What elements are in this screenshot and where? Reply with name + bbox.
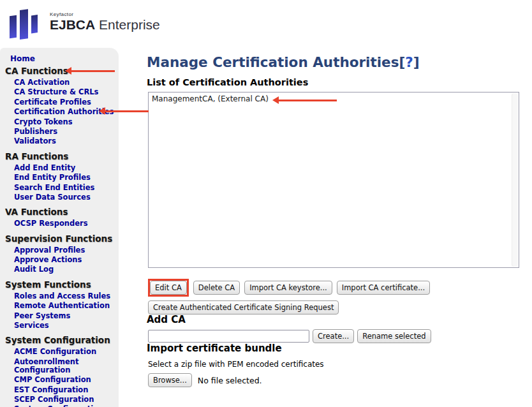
page-title: Manage Certification Authorities[?] xyxy=(147,54,522,71)
sidebar-item-search-end-entities[interactable]: Search End Entities xyxy=(0,183,119,193)
sidebar-item-acme-configuration[interactable]: ACME Configuration xyxy=(0,347,119,357)
sidebar-section-system-configuration: System Configuration xyxy=(0,336,119,344)
add-ca-input[interactable] xyxy=(148,330,309,343)
annotation-box-edit-ca: Edit CA xyxy=(148,279,189,297)
keyfactor-ejbca-logo: Keyfactor EJBCA Enterprise xyxy=(6,5,160,41)
sidebar-item-certification-authorities[interactable]: Certification Authorities xyxy=(0,107,119,117)
sidebar-item-approval-profiles[interactable]: Approval Profiles xyxy=(0,246,119,255)
import-ca-keystore-button[interactable]: Import CA keystore... xyxy=(244,281,332,295)
sidebar-item-cmp-configuration[interactable]: CMP Configuration xyxy=(0,375,119,385)
help-bracket-open: [ xyxy=(399,54,405,70)
sidebar-item-certificate-profiles[interactable]: Certificate Profiles xyxy=(0,98,119,107)
list-of-cas-heading: List of Certification Authorities xyxy=(147,78,522,87)
app-header: Keyfactor EJBCA Enterprise xyxy=(0,0,532,48)
browse-file-button[interactable]: Browse... xyxy=(148,373,192,387)
create-ca-button[interactable]: Create... xyxy=(313,329,354,343)
sidebar-item-est-configuration[interactable]: EST Configuration xyxy=(0,385,119,395)
sidebar-item-remote-authentication[interactable]: Remote Authentication xyxy=(0,301,119,311)
page-title-text: Manage Certification Authorities xyxy=(147,54,399,70)
brand-keyfactor: Keyfactor xyxy=(50,11,160,17)
ca-listbox[interactable]: ManagementCA, (External CA) xyxy=(148,92,519,268)
sidebar-item-scep-configuration[interactable]: SCEP Configuration xyxy=(0,395,119,404)
sidebar-item-end-entity-profiles[interactable]: End Entity Profiles xyxy=(0,173,119,182)
sidebar-item-system-configuration[interactable]: System Configuration xyxy=(0,404,119,407)
sidebar-item-ocsp-responders[interactable]: OCSP Responders xyxy=(0,219,119,228)
import-ca-certificate-button[interactable]: Import CA certificate... xyxy=(337,281,430,295)
add-ca-heading: Add CA xyxy=(147,314,522,325)
sidebar-section-supervision-functions: Supervision Functions xyxy=(0,234,119,243)
main-content: Manage Certification Authorities[?] List… xyxy=(147,54,522,387)
sidebar-item-roles-and-access-rules[interactable]: Roles and Access Rules xyxy=(0,292,119,301)
sidebar-item-home[interactable]: Home xyxy=(0,54,119,63)
brand-enterprise: Enterprise xyxy=(99,17,160,32)
sidebar-item-audit-log[interactable]: Audit Log xyxy=(0,265,119,274)
sidebar-item-add-end-entity[interactable]: Add End Entity xyxy=(0,163,119,173)
no-file-selected-label: No file selected. xyxy=(198,376,262,385)
sidebar-item-approve-actions[interactable]: Approve Actions xyxy=(0,255,119,265)
rename-selected-button[interactable]: Rename selected xyxy=(357,329,431,343)
listbox-scrollbar[interactable] xyxy=(512,93,518,267)
sidebar-item-validators[interactable]: Validators xyxy=(0,137,119,146)
brand-ejbca: EJBCA xyxy=(50,17,95,32)
sidebar-item-ca-structure-crls[interactable]: CA Structure & CRLs xyxy=(0,87,119,97)
sidebar-nav: Home CA Functions CA Activation CA Struc… xyxy=(0,48,119,407)
sidebar-section-system-functions: System Functions xyxy=(0,280,119,289)
sidebar-item-publishers[interactable]: Publishers xyxy=(0,127,119,137)
sidebar-item-crypto-tokens[interactable]: Crypto Tokens xyxy=(0,117,119,127)
sidebar-section-va-functions: VA Functions xyxy=(0,207,119,216)
create-authenticated-csr-button[interactable]: Create Authenticated Certificate Signing… xyxy=(148,300,339,314)
help-bracket-close: ] xyxy=(413,54,420,70)
sidebar-section-ca-functions: CA Functions xyxy=(0,66,119,75)
keyfactor-logo-icon xyxy=(6,5,46,41)
sidebar-item-autoenrollment-configuration[interactable]: Autoenrollment Configuration xyxy=(0,357,119,375)
bundle-description: Select a zip file with PEM encoded certi… xyxy=(148,360,522,369)
sidebar-item-services[interactable]: Services xyxy=(0,321,119,330)
brand-text: Keyfactor EJBCA Enterprise xyxy=(50,5,160,33)
import-certificate-bundle-heading: Import certificate bundle xyxy=(147,343,522,354)
sidebar-item-ca-activation[interactable]: CA Activation xyxy=(0,78,119,87)
edit-ca-button[interactable]: Edit CA xyxy=(150,281,187,295)
delete-ca-button[interactable]: Delete CA xyxy=(193,281,240,295)
help-link[interactable]: ? xyxy=(405,54,413,70)
sidebar-item-user-data-sources[interactable]: User Data Sources xyxy=(0,193,119,202)
ca-list-item-managementca[interactable]: ManagementCA, (External CA) xyxy=(149,93,519,105)
sidebar-section-ra-functions: RA Functions xyxy=(0,152,119,161)
sidebar-item-peer-systems[interactable]: Peer Systems xyxy=(0,311,119,321)
